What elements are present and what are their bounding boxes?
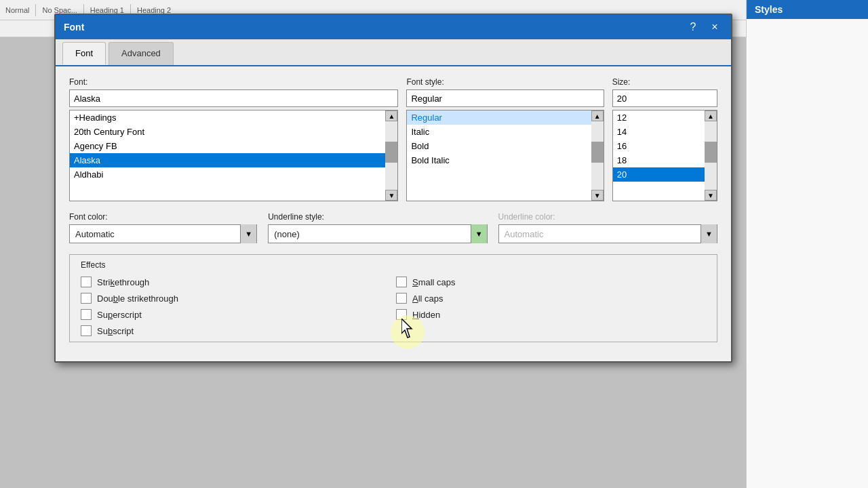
help-button[interactable]: ? [685, 19, 701, 35]
underline-color-value: Automatic [499, 229, 701, 239]
size-scrollbar-down[interactable]: ▼ [705, 190, 717, 201]
font-fields-row: Font: +Headings 20th Century Font Agency… [69, 77, 717, 201]
font-label: Font: [69, 77, 398, 87]
font-style-label: Font style: [406, 77, 604, 87]
font-style-list: Regular Italic Bold Bold Italic [407, 110, 603, 201]
small-caps-label: Small caps [412, 277, 456, 287]
list-item-bold[interactable]: Bold [407, 139, 603, 153]
double-strikethrough-label: Double strikethrough [97, 293, 178, 304]
list-item-20[interactable]: 20 [613, 167, 717, 182]
effects-grid: Strikethrough Double strikethrough Super… [81, 277, 706, 336]
color-row: Font color: Automatic ▼ Underline style:… [69, 212, 717, 243]
font-list-container: +Headings 20th Century Font Agency FB Al… [69, 110, 398, 201]
font-dialog: Font ? × Font Advanced Font: [54, 14, 732, 363]
underline-color-label: Underline color: [498, 212, 717, 222]
dialog-controls: ? × [685, 19, 723, 35]
list-item[interactable]: 20th Century Font [70, 125, 397, 139]
dialog-title: Font [64, 22, 84, 33]
font-style-field-group: Font style: Regular Italic Bold Bold Ita… [406, 77, 604, 201]
style-scrollbar-thumb [591, 142, 604, 162]
list-item-bold-italic[interactable]: Bold Italic [407, 153, 603, 167]
font-size-label: Size: [612, 77, 717, 87]
strikethrough-label: Strikethrough [97, 277, 149, 287]
all-caps-checkbox[interactable] [396, 293, 407, 304]
underline-color-select: Automatic ▼ [498, 224, 717, 243]
font-color-value: Automatic [70, 229, 240, 239]
list-item[interactable]: Aldhabi [70, 167, 397, 182]
underline-style-group: Underline style: (none) ▼ [268, 212, 487, 243]
double-strikethrough-item: Double strikethrough [81, 293, 391, 304]
small-caps-item: Small caps [396, 277, 706, 287]
dialog-overlay: Font ? × Font Advanced Font: [0, 0, 868, 488]
superscript-checkbox[interactable] [81, 309, 92, 320]
underline-style-arrow[interactable]: ▼ [471, 224, 487, 243]
list-item-regular[interactable]: Regular [407, 110, 603, 125]
effects-title: Effects [81, 260, 706, 270]
underline-style-value: (none) [269, 229, 470, 239]
superscript-item: Superscript [81, 309, 391, 320]
subscript-label: Subscript [97, 326, 134, 336]
superscript-label: Superscript [97, 310, 142, 320]
list-item-italic[interactable]: Italic [407, 125, 603, 139]
font-color-select: Automatic ▼ [69, 224, 257, 243]
font-style-input[interactable] [406, 89, 604, 107]
scrollbar-up-arrow[interactable]: ▲ [385, 110, 397, 121]
dialog-tabs: Font Advanced [56, 39, 731, 66]
list-item[interactable]: +Headings [70, 110, 397, 125]
tab-advanced[interactable]: Advanced [108, 42, 174, 65]
dialog-titlebar: Font ? × [56, 15, 731, 39]
underline-color-arrow[interactable]: ▼ [701, 224, 717, 243]
style-scrollbar-track [591, 121, 604, 190]
double-strikethrough-checkbox[interactable] [81, 293, 92, 304]
dialog-body: Font: +Headings 20th Century Font Agency… [56, 66, 731, 361]
list-item-16[interactable]: 16 [613, 139, 717, 153]
font-style-list-container: Regular Italic Bold Bold Italic ▲ ▼ [406, 110, 604, 201]
font-field-group: Font: +Headings 20th Century Font Agency… [69, 77, 398, 201]
size-scrollbar-thumb [705, 142, 717, 162]
style-scrollbar-up[interactable]: ▲ [591, 110, 604, 121]
subscript-checkbox[interactable] [81, 325, 92, 336]
underline-color-group: Underline color: Automatic ▼ [498, 212, 717, 243]
close-button[interactable]: × [707, 19, 723, 35]
list-item[interactable]: Agency FB [70, 139, 397, 153]
scrollbar-thumb [385, 142, 397, 162]
font-size-list: 12 14 16 18 20 [613, 110, 717, 201]
underline-style-select: (none) ▼ [268, 224, 487, 243]
effects-col-2: Small caps All caps Hidden [396, 277, 706, 336]
font-size-list-container: 12 14 16 18 20 ▲ ▼ [612, 110, 717, 201]
size-scrollbar-up[interactable]: ▲ [705, 110, 717, 121]
font-input[interactable] [69, 89, 398, 107]
list-item-selected[interactable]: Alaska [70, 153, 397, 167]
effects-section: Effects Strikethrough Double strikethrou… [69, 254, 717, 342]
style-scrollbar-down[interactable]: ▼ [591, 190, 604, 201]
subscript-item: Subscript [81, 325, 391, 336]
size-scrollbar-track [705, 121, 717, 190]
all-caps-label: All caps [412, 293, 443, 304]
underline-style-label: Underline style: [268, 212, 487, 222]
font-size-input[interactable] [612, 89, 717, 107]
strikethrough-checkbox[interactable] [81, 277, 92, 287]
scrollbar-down-arrow[interactable]: ▼ [385, 190, 397, 201]
tab-font[interactable]: Font [62, 42, 106, 65]
font-color-label: Font color: [69, 212, 257, 222]
small-caps-checkbox[interactable] [396, 277, 407, 287]
list-item-14[interactable]: 14 [613, 125, 717, 139]
all-caps-item: All caps [396, 293, 706, 304]
scrollbar-track [385, 121, 397, 190]
font-color-arrow[interactable]: ▼ [240, 224, 256, 243]
strikethrough-item: Strikethrough [81, 277, 391, 287]
list-item-18[interactable]: 18 [613, 153, 717, 167]
font-color-group: Font color: Automatic ▼ [69, 212, 257, 243]
font-list: +Headings 20th Century Font Agency FB Al… [70, 110, 397, 201]
hidden-item: Hidden [396, 309, 706, 320]
hidden-checkbox[interactable] [396, 309, 407, 320]
list-item-12[interactable]: 12 [613, 110, 717, 125]
font-size-field-group: Size: 12 14 16 18 20 ▲ [612, 77, 717, 201]
hidden-label: Hidden [412, 310, 440, 320]
effects-col-1: Strikethrough Double strikethrough Super… [81, 277, 391, 336]
